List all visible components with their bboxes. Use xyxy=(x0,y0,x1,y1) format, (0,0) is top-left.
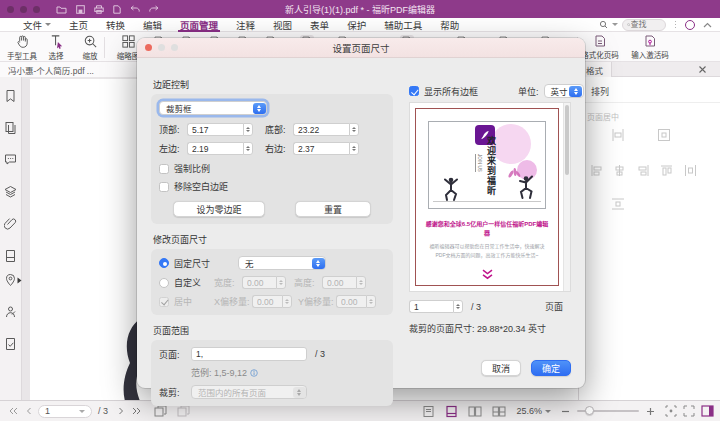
find-type-button[interactable] xyxy=(599,20,618,30)
comments-icon[interactable] xyxy=(4,153,17,166)
doc-tab-resume[interactable]: 冯小惠-个人简历.pdf ... xyxy=(0,62,150,77)
page-range-group: 页面: / 3 范例: 1,5-9,12 裁剪: 范围内的所有页面 xyxy=(151,340,393,406)
dialog-title: 设置页面尺寸 xyxy=(137,41,585,55)
distribute-horizontal-icon[interactable] xyxy=(684,164,697,177)
box-type-select[interactable]: 裁剪框 xyxy=(159,101,267,115)
align-left-icon[interactable] xyxy=(590,164,603,177)
custom-size-radio[interactable] xyxy=(159,278,169,288)
menu-convert[interactable]: 转换 xyxy=(97,18,134,32)
enter-activation-code-button[interactable]: 输入激活码 xyxy=(626,34,674,60)
fields-icon[interactable] xyxy=(4,249,17,263)
reset-button[interactable]: 重置 xyxy=(295,201,371,217)
fixed-size-select[interactable]: 无 xyxy=(238,256,326,270)
bottom-margin-field[interactable] xyxy=(293,123,359,136)
stepper-icon[interactable] xyxy=(243,123,253,136)
traffic-minimize-icon[interactable] xyxy=(20,6,27,13)
preview-page-label: 页面 xyxy=(545,300,563,313)
print-icon[interactable] xyxy=(94,5,104,14)
panel-flyout-icon[interactable] xyxy=(17,277,22,284)
menu-file[interactable]: 文件 xyxy=(14,18,60,32)
single-page-view-icon[interactable] xyxy=(422,405,435,418)
stepper-icon xyxy=(356,276,366,289)
layers-icon[interactable] xyxy=(4,185,17,198)
traffic-zoom-icon[interactable] xyxy=(33,6,40,13)
last-page-button[interactable] xyxy=(132,407,142,415)
pages-icon[interactable] xyxy=(4,121,17,135)
right-margin-field[interactable] xyxy=(293,142,359,155)
bookmarks-icon[interactable] xyxy=(4,89,17,103)
margin-control-section-label: 边距控制 xyxy=(153,78,393,91)
search-input[interactable] xyxy=(631,20,661,29)
page-number-field[interactable]: 1 xyxy=(38,405,92,418)
preview-scrollbar[interactable] xyxy=(563,103,570,291)
zoom-in-button[interactable] xyxy=(646,407,655,416)
info-icon[interactable] xyxy=(250,369,258,377)
stepper-icon[interactable] xyxy=(349,142,359,155)
new-page-icon[interactable] xyxy=(113,5,121,14)
save-icon[interactable] xyxy=(76,5,85,14)
menu-comment[interactable]: 注释 xyxy=(227,18,264,32)
destinations-icon[interactable] xyxy=(4,273,17,287)
fixed-size-radio[interactable] xyxy=(159,258,169,268)
constrain-proportions-checkbox[interactable] xyxy=(159,164,169,174)
unit-select[interactable]: 英寸 xyxy=(544,84,584,98)
continuous-view-icon[interactable] xyxy=(445,405,458,418)
menu-page-management[interactable]: 页面管理 xyxy=(171,18,227,32)
validation-icon[interactable] xyxy=(4,337,17,351)
set-page-size-dialog: 设置页面尺寸 边距控制 裁剪框 顶部: 底部: 左边: xyxy=(137,38,585,388)
align-top-icon[interactable] xyxy=(660,164,673,177)
search-field[interactable] xyxy=(622,19,666,31)
constrain-proportions-label: 强制比例 xyxy=(174,162,210,175)
center-in-page-icon[interactable] xyxy=(657,128,671,142)
redo-icon[interactable] xyxy=(149,5,159,13)
next-page-button[interactable] xyxy=(118,407,124,415)
menu-help[interactable]: 帮助 xyxy=(431,18,468,32)
menu-home[interactable]: 主页 xyxy=(60,18,97,32)
align-right-icon[interactable] xyxy=(637,164,650,177)
facing-view-icon[interactable] xyxy=(468,405,482,418)
x-offset-label: X偏移量: xyxy=(214,295,252,308)
top-margin-field[interactable] xyxy=(187,123,253,136)
menu-view-label: 视图 xyxy=(273,18,292,32)
menu-protect[interactable]: 保护 xyxy=(338,18,375,32)
zoom-slider-knob[interactable] xyxy=(585,406,594,415)
stepper-icon[interactable] xyxy=(243,142,253,155)
zoom-out-button[interactable] xyxy=(561,407,570,416)
traffic-close-icon[interactable] xyxy=(7,6,14,13)
zoom-level-dropdown[interactable]: 25.6% xyxy=(516,406,551,416)
show-all-borders-checkbox[interactable] xyxy=(409,86,419,96)
continuous-facing-view-icon[interactable] xyxy=(492,405,506,418)
menu-accessibility[interactable]: 辅助工具 xyxy=(375,18,431,32)
align-center-icon[interactable] xyxy=(613,164,626,177)
page-range-input[interactable] xyxy=(191,347,307,361)
collapse-ribbon-button[interactable] xyxy=(703,22,712,28)
zoom-slider[interactable] xyxy=(577,410,639,412)
page-preview[interactable]: 欢迎来到福昕 JOIN US 感谢您和全球6.5亿用户一样信任福昕PDF编辑器 … xyxy=(409,102,571,292)
previous-page-button[interactable] xyxy=(26,407,32,415)
account-avatar[interactable] xyxy=(685,20,695,30)
ok-button[interactable]: 确定 xyxy=(531,360,571,376)
left-margin-field[interactable] xyxy=(187,142,253,155)
set-zero-margins-button[interactable]: 设为零边距 xyxy=(173,201,265,217)
remove-white-margins-checkbox[interactable] xyxy=(159,182,169,192)
stepper-icon[interactable] xyxy=(453,300,463,313)
menu-form[interactable]: 表单 xyxy=(301,18,338,32)
cancel-button[interactable]: 取消 xyxy=(481,360,521,376)
fit-page-button[interactable] xyxy=(665,405,677,417)
preview-page-field[interactable] xyxy=(409,300,463,313)
first-page-button[interactable] xyxy=(8,407,18,415)
attachments-icon[interactable] xyxy=(4,217,17,230)
menu-view[interactable]: 视图 xyxy=(264,18,301,32)
undo-icon[interactable] xyxy=(130,5,140,13)
align-horizontal-center-icon[interactable] xyxy=(611,128,625,142)
toggle-panel-button[interactable] xyxy=(701,405,714,417)
top-margin-label: 顶部: xyxy=(159,123,187,136)
close-panel-icon[interactable] xyxy=(698,65,707,74)
open-file-icon[interactable] xyxy=(56,5,67,14)
more-options-icon[interactable] xyxy=(675,21,677,29)
signature-icon[interactable] xyxy=(4,305,17,319)
menu-edit[interactable]: 编辑 xyxy=(134,18,171,32)
fullscreen-button[interactable] xyxy=(683,405,695,417)
distribute-vertical-icon[interactable] xyxy=(611,197,625,211)
stepper-icon[interactable] xyxy=(349,123,359,136)
